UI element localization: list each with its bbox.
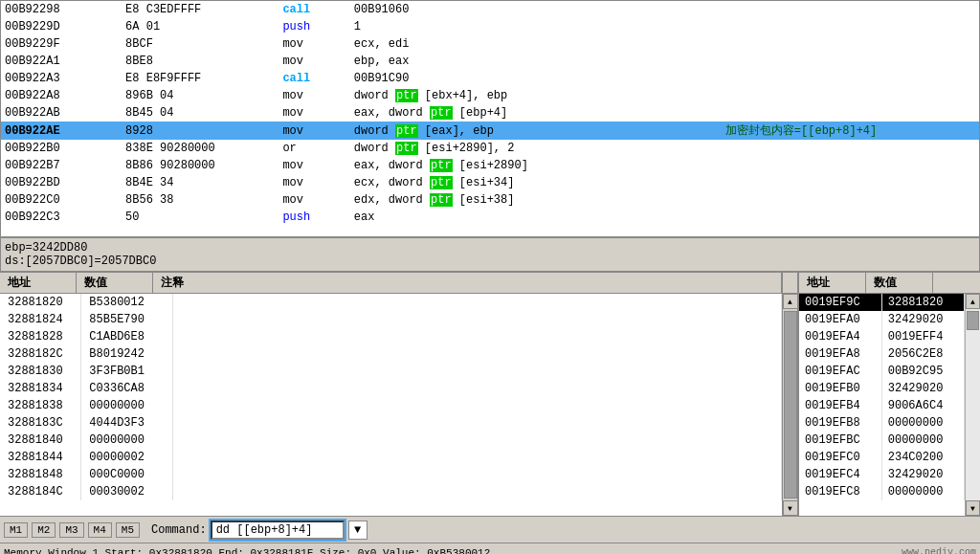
m5-button[interactable]: M5 [116,522,140,538]
disasm-row[interactable]: 00B922C350pusheax [1,209,979,226]
mem-left-comment [172,432,781,449]
mem-left-addr: 32881838 [0,397,81,414]
mem-left-row[interactable]: 32881848000C0000 [0,466,782,483]
mem-left-comment [172,328,781,345]
bottom-status-bar: Memory Window 1 Start: 0x32881820 End: 0… [0,543,980,554]
disasm-instruction: mov [278,122,349,140]
disasm-comment [722,104,979,122]
disasm-operands: dword ptr [esi+2890], 2 [350,140,722,157]
memory-left-panel: 地址 数值 注释 32881820B53800123288182485B5E79… [0,273,799,516]
disasm-row[interactable]: 00B9229D6A 01push1 [1,18,979,35]
scroll-right-track [966,309,980,500]
mem-left-row[interactable]: 3288184000000000 [0,432,782,449]
disasm-bytes: 8B45 04 [122,104,278,122]
mem-right-row[interactable]: 0019EFB800000000 [799,414,965,432]
disasm-row[interactable]: 00B922C08B56 38movedx, dword ptr [esi+38… [1,191,979,209]
disasm-operands: dword ptr [eax], ebp [350,122,722,140]
scroll-right-down[interactable]: ▼ [966,500,980,516]
mem-left-addr: 3288183C [0,414,81,432]
disasm-row[interactable]: 00B922AB8B45 04moveax, dword ptr [ebp+4] [1,104,979,122]
scroll-down-arrow[interactable]: ▼ [783,500,798,516]
scroll-right-thumb[interactable] [967,311,979,330]
mem-left-addr: 32881844 [0,449,81,466]
disasm-operands: dword ptr [ebx+4], ebp [350,87,722,104]
disasm-instruction: mov [278,87,349,104]
m2-button[interactable]: M2 [32,522,56,538]
disasm-operands: edx, dword ptr [esi+38] [350,191,722,209]
mem-left-addr: 32881820 [0,294,81,311]
mem-right-addr: 0019EFA0 [799,311,881,328]
disasm-row[interactable]: 00B922B78B86 90280000moveax, dword ptr [… [1,157,979,174]
disasm-table: 00B92298E8 C3EDFFFFcall00B9106000B9229D6… [1,1,979,226]
mem-left-val: 00000000 [81,397,172,414]
mem-right-val: 00000000 [881,483,964,500]
mem-right-row[interactable]: 0019EFA82056C2E8 [799,345,965,363]
disasm-operands: 00B91060 [350,1,722,18]
mem-right-row[interactable]: 0019EFA40019EFF4 [799,328,965,345]
mem-left-row[interactable]: 3288184400000002 [0,449,782,466]
mem-right-row[interactable]: 0019EFC0234C0200 [799,449,965,466]
disasm-operands: eax, dword ptr [ebp+4] [350,104,722,122]
scroll-right-up[interactable]: ▲ [966,294,980,309]
mem-left-addr: 32881830 [0,363,81,380]
disasm-comment [722,35,979,53]
mem-right-row[interactable]: 0019EFBC00000000 [799,432,965,449]
disasm-addr: 00B922B7 [1,157,122,174]
disasm-instruction: push [278,209,349,226]
m4-button[interactable]: M4 [88,522,112,538]
disasm-row[interactable]: 00B92298E8 C3EDFFFFcall00B91060 [1,1,979,18]
disasm-row[interactable]: 00B922AE8928movdword ptr [eax], ebp加密封包内… [1,122,979,140]
mem-left-col-val: 数值 [77,273,153,293]
disasm-bytes: 8B86 90280000 [122,157,278,174]
disasm-comment [722,174,979,191]
mem-left-row[interactable]: 3288182CB8019242 [0,345,782,363]
mem-right-addr: 0019EFB8 [799,414,881,432]
mem-left-row[interactable]: 32881828C1ABD6E8 [0,328,782,345]
mem-right-table: 0019EF9C328818200019EFA0324290200019EFA4… [799,294,965,500]
disasm-row[interactable]: 00B9229F8BCFmovecx, edi [1,35,979,53]
disasm-addr: 00B922BD [1,174,122,191]
scroll-thumb[interactable] [784,311,797,499]
mem-right-row[interactable]: 0019EFC800000000 [799,483,965,500]
mem-right-addr: 0019EFBC [799,432,881,449]
disasm-operands: 1 [350,18,722,35]
mem-right-scrollbar[interactable]: ▲ ▼ [965,294,980,516]
disasm-operands: ebp, eax [350,53,722,70]
m3-button[interactable]: M3 [59,522,83,538]
mem-left-row[interactable]: 32881820B5380012 [0,294,782,311]
mem-right-addr: 0019EFC8 [799,483,881,500]
mem-right-rows: 0019EF9C328818200019EFA0324290200019EFA4… [799,294,965,516]
command-bar: M1 M2 M3 M4 M5 Command: ▼ [0,516,980,543]
command-dropdown[interactable]: ▼ [348,521,368,540]
bottom-panel: 地址 数值 注释 32881820B53800123288182485B5E79… [0,272,980,516]
disasm-row[interactable]: 00B922A8896B 04movdword ptr [ebx+4], ebp [1,87,979,104]
mem-right-row[interactable]: 0019EFB49006A6C4 [799,397,965,414]
scroll-up-arrow[interactable]: ▲ [783,294,798,309]
command-input[interactable] [211,521,345,540]
mem-left-row[interactable]: 3288183C4044D3F3 [0,414,782,432]
mem-left-comment [172,483,781,500]
mem-left-scrollbar[interactable]: ▲ ▼ [782,294,797,516]
status-text: Memory Window 1 Start: 0x32881820 End: 0… [4,547,490,555]
disasm-row[interactable]: 00B922B0838E 90280000ordword ptr [esi+28… [1,140,979,157]
mem-right-val: 0019EFF4 [881,328,964,345]
mem-left-row[interactable]: 3288182485B5E790 [0,311,782,328]
m1-button[interactable]: M1 [4,522,28,538]
mem-right-row[interactable]: 0019EFB032429020 [799,380,965,397]
mem-left-comment [172,414,781,432]
mem-left-row[interactable]: 3288183800000000 [0,397,782,414]
disasm-row[interactable]: 00B922A3E8 E8F9FFFFcall00B91C90 [1,70,979,87]
mem-left-row[interactable]: 32881834C0336CA8 [0,380,782,397]
mem-left-row[interactable]: 3288184C00030002 [0,483,782,500]
disasm-instruction: or [278,140,349,157]
mem-right-addr: 0019EFA8 [799,345,881,363]
mem-right-row[interactable]: 0019EF9C32881820 [799,294,965,311]
disasm-row[interactable]: 00B922A18BE8movebp, eax [1,53,979,70]
mem-left-row[interactable]: 328818303F3FB0B1 [0,363,782,380]
mem-right-row[interactable]: 0019EFA032429020 [799,311,965,328]
disasm-row[interactable]: 00B922BD8B4E 34movecx, dword ptr [esi+34… [1,174,979,191]
mem-right-row[interactable]: 0019EFC432429020 [799,466,965,483]
mem-left-col-comment: 注释 [153,273,782,293]
mem-right-row[interactable]: 0019EFAC00B92C95 [799,363,965,380]
memory-right-panel: 地址 数值 0019EF9C328818200019EFA03242902000… [799,273,980,516]
